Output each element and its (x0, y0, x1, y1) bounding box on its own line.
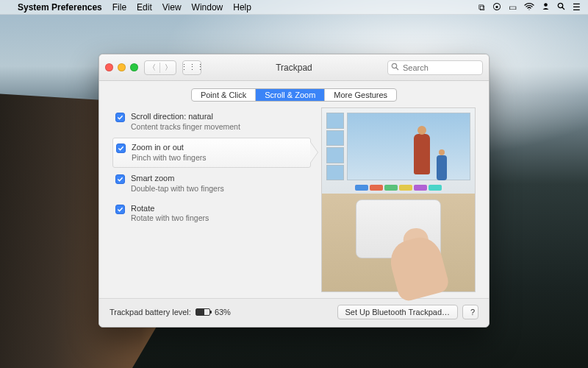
svg-point-1 (558, 3, 562, 7)
option-smart-zoom[interactable]: Smart zoom Double-tap with two fingers (112, 169, 311, 198)
svg-line-2 (562, 7, 564, 10)
dropbox-icon[interactable]: ⧉ (478, 2, 485, 13)
preferences-window: 〈 〉 ⋮⋮⋮ Trackpad Point & Click Scroll & … (98, 54, 490, 328)
search-icon (391, 63, 399, 72)
tab-more-gestures[interactable]: More Gestures (325, 89, 396, 101)
menu-view[interactable]: View (162, 2, 182, 13)
option-title: Scroll direction: natural (131, 112, 240, 122)
menu-window[interactable]: Window (192, 2, 223, 13)
help-button[interactable]: ? (462, 305, 478, 319)
battery-percent: 63% (215, 308, 231, 316)
menubar: System Preferences File Edit View Window… (0, 0, 588, 15)
battery-icon (196, 308, 210, 316)
svg-line-4 (396, 68, 398, 70)
airdrop-icon[interactable]: ⦿ (492, 2, 501, 13)
checkbox-rotate[interactable] (115, 205, 125, 214)
gesture-preview (321, 107, 476, 292)
svg-point-0 (544, 3, 548, 7)
menu-file[interactable]: File (112, 2, 126, 13)
forward-icon[interactable]: 〉 (160, 63, 176, 73)
app-title[interactable]: System Preferences (18, 2, 102, 13)
option-title: Rotate (131, 204, 209, 214)
user-icon[interactable] (542, 2, 550, 13)
option-subtitle: Double-tap with two fingers (131, 184, 224, 194)
option-rotate[interactable]: Rotate Rotate with two fingers (112, 199, 311, 228)
tab-point-and-click[interactable]: Point & Click (192, 89, 256, 101)
option-subtitle: Pinch with two fingers (132, 153, 207, 163)
checkbox-scroll-direction[interactable] (115, 113, 125, 122)
search-input[interactable] (387, 60, 483, 75)
checkbox-smart-zoom[interactable] (115, 174, 125, 184)
close-button[interactable] (105, 63, 113, 71)
spotlight-icon[interactable] (557, 2, 565, 13)
option-title: Smart zoom (131, 174, 224, 184)
menubar-status: ⧉ ⦿ ▭ ☰ (478, 2, 581, 13)
gesture-options-list: Scroll direction: natural Content tracks… (112, 107, 311, 292)
window-controls (105, 63, 138, 71)
option-subtitle: Content tracks finger movement (131, 122, 240, 132)
tab-scroll-and-zoom[interactable]: Scroll & Zoom (256, 89, 325, 101)
menu-help[interactable]: Help (233, 2, 251, 13)
back-icon[interactable]: 〈 (145, 63, 160, 73)
grid-icon: ⋮⋮⋮ (180, 63, 204, 72)
show-all-button[interactable]: ⋮⋮⋮ (182, 60, 201, 75)
checkbox-zoom-in-out[interactable] (116, 144, 126, 153)
trackpad-tabs: Point & Click Scroll & Zoom More Gesture… (191, 88, 397, 102)
minimize-button[interactable] (118, 63, 126, 71)
option-scroll-direction[interactable]: Scroll direction: natural Content tracks… (112, 107, 311, 136)
option-zoom-in-out[interactable]: Zoom in or out Pinch with two fingers (112, 138, 311, 168)
svg-point-3 (392, 63, 396, 68)
menu-edit[interactable]: Edit (137, 2, 152, 13)
notification-center-icon[interactable]: ☰ (573, 2, 581, 13)
preview-screen (322, 108, 475, 194)
nav-back-forward[interactable]: 〈 〉 (144, 60, 176, 75)
option-subtitle: Rotate with two fingers (131, 213, 209, 223)
setup-bluetooth-button[interactable]: Set Up Bluetooth Trackpad… (337, 305, 458, 319)
wifi-icon[interactable] (524, 2, 534, 13)
display-icon[interactable]: ▭ (509, 2, 517, 13)
window-titlebar[interactable]: 〈 〉 ⋮⋮⋮ Trackpad (99, 54, 489, 81)
battery-label: Trackpad battery level: (110, 308, 191, 316)
option-title: Zoom in or out (132, 143, 207, 153)
preview-trackpad (322, 194, 475, 291)
window-footer: Trackpad battery level: 63% Set Up Bluet… (99, 298, 489, 327)
zoom-button[interactable] (130, 63, 138, 71)
